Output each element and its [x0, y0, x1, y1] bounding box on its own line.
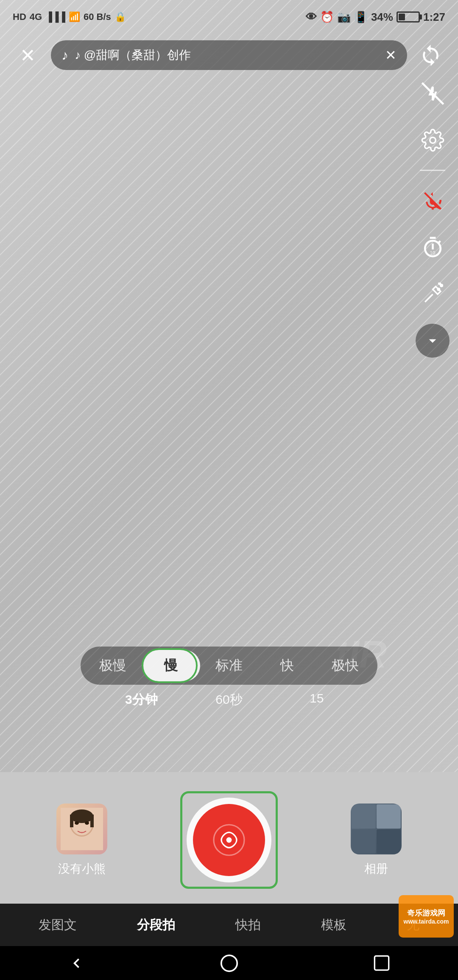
flash-off-icon: [421, 82, 444, 105]
battery-fill: [399, 14, 405, 20]
recent-icon: [373, 955, 390, 972]
record-icon: [212, 823, 246, 857]
svg-point-13: [85, 821, 89, 825]
svg-rect-17: [374, 956, 388, 970]
flip-icon: [419, 44, 442, 67]
album-cell-1: [352, 804, 376, 829]
status-bar: HD 4G ▐▐▐ 📶 60 B/s 🔒 👁 ⏰ 📷 📳 34% 1:27: [0, 0, 458, 34]
watermark-line2: www.tairda.com: [404, 918, 449, 925]
music-close-button[interactable]: ✕: [385, 47, 397, 63]
album-button[interactable]: 相册: [351, 804, 402, 877]
speed-tab-fast[interactable]: 快: [258, 650, 316, 681]
album-cell-2: [377, 804, 401, 829]
more-button[interactable]: [416, 324, 450, 358]
speed-tab-slow[interactable]: 慢: [142, 650, 200, 681]
face-svg: [61, 808, 103, 850]
speed-selector: 极慢 慢 标准 快 极快 3分钟 60秒 15: [81, 647, 377, 708]
shield-icon: 🔒: [114, 11, 126, 22]
flash-button[interactable]: [416, 76, 450, 110]
svg-point-9: [70, 809, 93, 823]
effects-icon: [421, 283, 444, 306]
svg-point-4: [437, 288, 439, 290]
music-bar[interactable]: ♪ ♪ @甜啊（桑甜）创作 ✕: [51, 40, 407, 70]
download-speed: 60 B/s: [84, 11, 111, 22]
svg-point-12: [75, 821, 79, 825]
nav-bar: [0, 946, 458, 980]
svg-text:10: 10: [430, 250, 435, 255]
camera-icon: 📷: [337, 11, 351, 24]
album-cell-4: [377, 829, 401, 854]
mute-icon: [421, 189, 444, 213]
top-controls: ✕ ♪ ♪ @甜啊（桑甜）创作 ✕: [0, 34, 458, 76]
effects-button[interactable]: [416, 277, 450, 311]
time-display: 1:27: [423, 11, 445, 24]
timer-icon: 10: [421, 236, 444, 259]
tab-segment-shoot[interactable]: 分段拍: [128, 912, 184, 938]
record-button[interactable]: [187, 798, 271, 882]
timer-button[interactable]: 10: [416, 230, 450, 264]
album-thumbnail: [351, 804, 402, 854]
tab-quick-shoot[interactable]: 快拍: [227, 912, 269, 938]
settings-button[interactable]: [416, 123, 450, 157]
wifi-icon: 📶: [69, 11, 80, 22]
tab-post-text[interactable]: 发图文: [30, 912, 85, 938]
vibrate-icon: 📳: [354, 11, 368, 24]
eye-icon: 👁: [306, 11, 317, 24]
duration-60sec[interactable]: 60秒: [185, 691, 273, 708]
status-right: 👁 ⏰ 📷 📳 34% 1:27: [306, 11, 445, 24]
close-button[interactable]: ✕: [13, 40, 42, 70]
svg-point-15: [226, 837, 232, 843]
speed-tab-very-slow[interactable]: 极慢: [84, 650, 142, 681]
record-button-wrap: [187, 798, 271, 882]
alarm-icon: ⏰: [320, 11, 334, 24]
watermark: 奇乐游戏网 www.tairda.com: [399, 895, 454, 938]
duration-3min[interactable]: 3分钟: [98, 691, 185, 708]
recent-apps-button[interactable]: [365, 946, 399, 980]
avatar-label: 没有小熊: [58, 861, 106, 877]
tab-template[interactable]: 模板: [313, 912, 355, 938]
duration-row: 3分钟 60秒 15: [81, 691, 377, 708]
svg-point-3: [440, 284, 442, 286]
svg-point-16: [221, 955, 237, 971]
battery-percent: 34%: [371, 11, 393, 24]
status-left: HD 4G ▐▐▐ 📶 60 B/s 🔒: [13, 11, 126, 22]
speed-tab-normal[interactable]: 标准: [200, 650, 258, 681]
record-button-inner: [193, 804, 265, 876]
album-label: 相册: [364, 861, 388, 877]
battery-icon: [397, 11, 420, 22]
speed-tabs: 极慢 慢 标准 快 极快: [81, 647, 377, 685]
avatar-image: [56, 804, 107, 854]
bottom-controls: 没有小熊 相册: [0, 798, 458, 882]
svg-point-5: [438, 283, 440, 284]
album-cell-3: [352, 829, 376, 854]
svg-rect-10: [70, 815, 73, 827]
duration-15sec[interactable]: 15: [273, 691, 360, 708]
hd-badge: HD: [13, 11, 26, 22]
music-title: ♪ @甜啊（桑甜）创作: [75, 47, 379, 63]
back-icon: [67, 954, 86, 973]
signal-4g: 4G: [30, 11, 42, 22]
home-icon: [220, 954, 239, 973]
watermark-line1: 奇乐游戏网: [407, 908, 445, 918]
speed-tab-very-fast[interactable]: 极快: [316, 650, 374, 681]
svg-rect-11: [90, 815, 94, 827]
back-button[interactable]: [59, 946, 93, 980]
chevron-down-icon: [424, 332, 441, 349]
bottom-tabs: 发图文 分段拍 快拍 模板 无: [0, 904, 458, 946]
avatar-effect-button[interactable]: 没有小熊: [56, 804, 107, 877]
right-sidebar: 10: [416, 76, 450, 358]
home-button[interactable]: [212, 946, 246, 980]
mute-button[interactable]: [416, 184, 450, 218]
settings-icon: [421, 129, 444, 152]
music-note-icon: ♪: [61, 48, 68, 63]
divider: [420, 170, 445, 171]
flip-camera-button[interactable]: [416, 40, 445, 70]
svg-point-1: [430, 137, 436, 143]
signal-bars: ▐▐▐: [45, 11, 65, 22]
